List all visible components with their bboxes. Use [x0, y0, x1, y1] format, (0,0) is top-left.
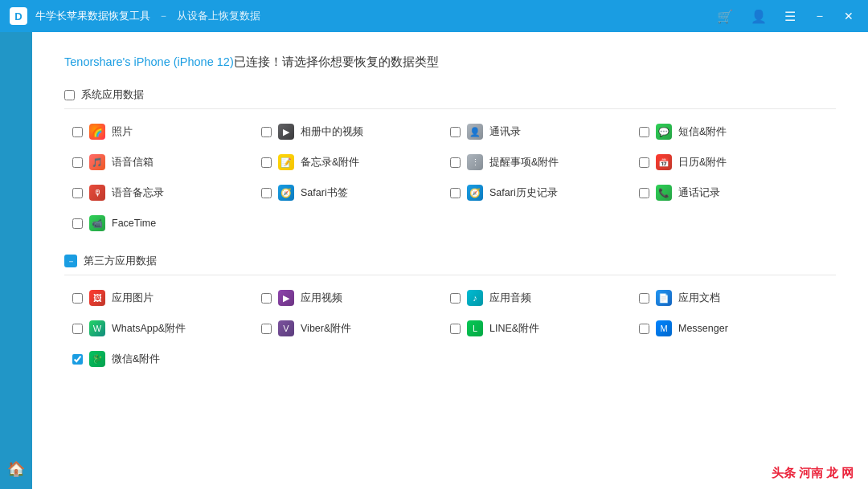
list-item: LLINE&附件	[450, 317, 639, 340]
item-checkbox[interactable]	[639, 127, 649, 137]
item-label: 备忘录&附件	[301, 156, 359, 169]
message-icon: 💬	[656, 124, 672, 140]
list-item: 📞通话记录	[639, 181, 828, 204]
list-item: 🌈照片	[72, 120, 261, 143]
item-checkbox[interactable]	[639, 157, 649, 168]
appvideo-icon: ▶	[278, 290, 294, 306]
item-label: 相册中的视频	[301, 125, 363, 139]
title-subtitle: 从设备上恢复数据	[177, 9, 260, 23]
viber-icon: V	[278, 320, 294, 336]
list-item: 📝备忘录&附件	[261, 151, 450, 173]
third-party-items-grid: 🖼应用图片▶应用视频♪应用音频📄应用文档WWhatsApp&附件VViber&附…	[64, 287, 836, 370]
app-logo: D	[10, 7, 27, 25]
app-title: 牛学长苹果数据恢复工具	[35, 9, 150, 23]
item-checkbox[interactable]	[639, 293, 649, 304]
list-item: ⋮提醒事项&附件	[450, 151, 639, 173]
third-party-toggle[interactable]: －	[64, 255, 77, 267]
item-checkbox[interactable]	[72, 324, 83, 334]
wechat-icon: 🐉	[89, 351, 105, 367]
item-checkbox[interactable]	[72, 157, 83, 168]
main-content: Tenorshare's iPhone (iPhone 12)已连接！请选择你想…	[32, 32, 868, 489]
close-button[interactable]: ✕	[839, 6, 858, 26]
appdoc-icon: 📄	[656, 290, 672, 306]
item-label: 应用音频	[489, 291, 531, 305]
watermark: 头条 河南 龙 网	[772, 466, 854, 481]
item-checkbox[interactable]	[450, 324, 461, 334]
list-item: ♪应用音频	[450, 287, 639, 309]
item-checkbox[interactable]	[72, 127, 83, 137]
user-icon[interactable]: 👤	[746, 6, 772, 27]
contacts-icon: 👤	[467, 124, 483, 140]
third-party-section-title: 第三方应用数据	[84, 254, 157, 268]
item-label: 应用视频	[301, 291, 342, 305]
system-section-header: 系统应用数据	[64, 88, 836, 109]
list-item: ▶应用视频	[261, 287, 450, 309]
item-checkbox[interactable]	[450, 157, 461, 168]
list-item: MMessenger	[639, 317, 828, 340]
item-checkbox[interactable]	[261, 324, 272, 334]
system-section-checkbox[interactable]	[64, 90, 75, 100]
menu-icon[interactable]: ☰	[780, 6, 800, 27]
safari2-icon: 🧭	[467, 185, 483, 201]
page-header: Tenorshare's iPhone (iPhone 12)已连接！请选择你想…	[64, 55, 836, 70]
list-item: 📹FaceTime	[72, 212, 261, 234]
item-checkbox[interactable]	[72, 188, 83, 198]
system-items-grid: 🌈照片▶相册中的视频👤通讯录💬短信&附件🎵语音信箱📝备忘录&附件⋮提醒事项&附件…	[64, 120, 836, 234]
item-checkbox[interactable]	[261, 188, 272, 198]
item-checkbox[interactable]	[261, 127, 272, 137]
memo-icon: 🎙	[89, 185, 105, 201]
appaudio-icon: ♪	[467, 290, 483, 306]
whatsapp-icon: W	[89, 320, 105, 336]
item-checkbox[interactable]	[72, 293, 83, 304]
list-item: 📅日历&附件	[639, 151, 828, 173]
third-party-section: － 第三方应用数据 🖼应用图片▶应用视频♪应用音频📄应用文档WWhatsApp&…	[64, 254, 836, 370]
item-label: Viber&附件	[301, 322, 351, 336]
line-icon: L	[467, 320, 483, 336]
item-label: 语音备忘录	[112, 186, 164, 200]
list-item: 🐉微信&附件	[72, 348, 261, 370]
item-checkbox[interactable]	[639, 324, 649, 334]
item-label: Messenger	[678, 323, 728, 334]
photos-icon: 🌈	[89, 124, 105, 140]
item-label: 语音信箱	[112, 156, 154, 169]
list-item: 👤通讯录	[450, 120, 639, 143]
item-checkbox[interactable]	[261, 157, 272, 168]
item-checkbox[interactable]	[72, 218, 83, 229]
list-item: 💬短信&附件	[639, 120, 828, 143]
item-checkbox[interactable]	[72, 354, 83, 365]
item-label: FaceTime	[112, 218, 156, 229]
title-separator: －	[158, 9, 169, 23]
list-item: WWhatsApp&附件	[72, 317, 261, 340]
home-icon[interactable]: 🏠	[7, 460, 25, 478]
header-message: 已连接！请选择你想要恢复的数据类型	[234, 55, 439, 68]
watermark-henan: 河南	[799, 466, 823, 481]
item-label: 提醒事项&附件	[489, 156, 559, 169]
watermark-toutiao: 头条	[772, 466, 796, 481]
facetime-icon: 📹	[89, 215, 105, 231]
list-item: 🧭Safari历史记录	[450, 181, 639, 204]
minimize-button[interactable]: －	[809, 5, 831, 28]
item-checkbox[interactable]	[261, 293, 272, 304]
cart-icon[interactable]: 🛒	[712, 6, 738, 27]
watermark-long: 龙	[826, 466, 838, 481]
item-label: 通话记录	[678, 186, 720, 200]
item-label: 应用图片	[112, 291, 154, 305]
item-label: Safari书签	[301, 186, 348, 200]
list-item: 🎙语音备忘录	[72, 181, 261, 204]
calendar-icon: 📅	[656, 154, 672, 170]
item-label: WhatsApp&附件	[112, 322, 186, 336]
sidebar: 🏠	[0, 32, 32, 489]
item-checkbox[interactable]	[450, 188, 461, 198]
list-item: ▶相册中的视频	[261, 120, 450, 143]
item-checkbox[interactable]	[639, 188, 649, 198]
video-icon: ▶	[278, 124, 294, 140]
item-label: 日历&附件	[678, 156, 727, 169]
item-checkbox[interactable]	[450, 127, 461, 137]
titlebar: D 牛学长苹果数据恢复工具 － 从设备上恢复数据 🛒 👤 ☰ － ✕	[0, 0, 868, 32]
item-checkbox[interactable]	[450, 293, 461, 304]
notes-icon: 📝	[278, 154, 294, 170]
remind-icon: ⋮	[467, 154, 483, 170]
item-label: 应用文档	[678, 291, 720, 305]
safari-icon: 🧭	[278, 185, 294, 201]
item-label: 通讯录	[489, 125, 521, 139]
